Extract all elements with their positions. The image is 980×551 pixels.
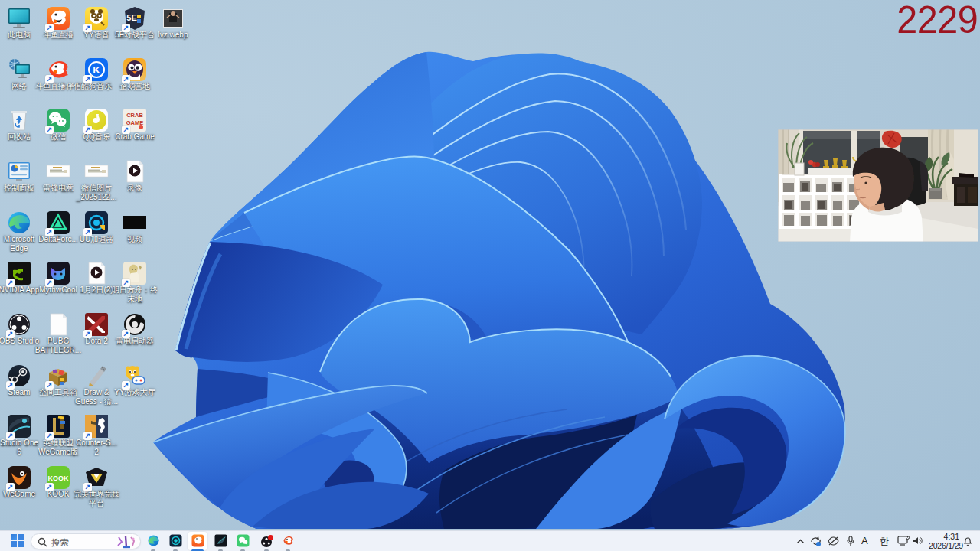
svg-text:CRAB: CRAB [126,112,143,119]
svg-text:K: K [93,64,100,76]
svg-text:5E: 5E [126,13,136,22]
svg-text:KOOK: KOOK [48,474,70,482]
